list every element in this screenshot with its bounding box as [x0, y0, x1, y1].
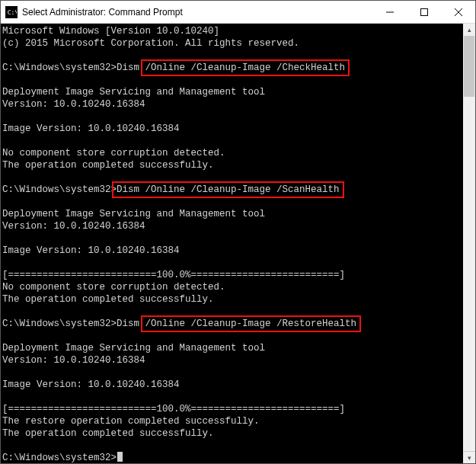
svg-rect-3: [420, 8, 427, 15]
command-line: C:\Windows\system32>Dism /Online /Cleanu…: [2, 62, 463, 74]
command-line: C:\Windows\system32>Dism /Online /Cleanu…: [2, 318, 463, 330]
output-line: (c) 2015 Microsoft Corporation. All righ…: [2, 37, 463, 50]
text-cursor: [117, 452, 123, 462]
output-line: The operation completed successfully.: [2, 427, 463, 440]
titlebar[interactable]: C:\ Select Administrator: Command Prompt: [1, 1, 475, 24]
output-line: Deployment Image Servicing and Managemen…: [2, 208, 463, 220]
output-line: Image Version: 10.0.10240.16384: [2, 245, 463, 257]
window-controls: [372, 1, 475, 23]
highlight-scanhealth: Dism /Online /Cleanup-Image /ScanHealth: [112, 181, 344, 198]
output-line: The operation completed successfully.: [2, 293, 463, 306]
highlight-restorehealth: /Online /Cleanup-Image /RestoreHealth: [141, 315, 362, 332]
output-line: Image Version: 10.0.10240.16384: [2, 123, 463, 135]
minimize-button[interactable]: [372, 1, 407, 23]
window-title: Select Administrator: Command Prompt: [22, 7, 372, 18]
command-line: C:\Windows\system32>Dism /Online /Cleanu…: [2, 184, 463, 196]
svg-text:C:\: C:\: [8, 8, 17, 15]
scroll-down-button[interactable]: ▾: [463, 451, 475, 463]
output-line: No component store corruption detected.: [2, 147, 463, 159]
output-line: Version: 10.0.10240.16384: [2, 220, 463, 232]
scroll-up-button[interactable]: ▴: [463, 24, 475, 36]
output-line: The operation completed successfully.: [2, 159, 463, 171]
output-line: Version: 10.0.10240.16384: [2, 354, 463, 366]
vertical-scrollbar[interactable]: ▴ ▾: [463, 24, 475, 463]
prompt-line: C:\Windows\system32>: [2, 452, 463, 463]
output-line: Image Version: 10.0.10240.16384: [2, 379, 463, 391]
console-output[interactable]: Microsoft Windows [Version 10.0.10240](c…: [1, 24, 463, 463]
output-line: Deployment Image Servicing and Managemen…: [2, 342, 463, 354]
command-prompt-window: C:\ Select Administrator: Command Prompt…: [0, 0, 476, 464]
output-line: Microsoft Windows [Version 10.0.10240]: [2, 25, 463, 37]
output-line: Deployment Image Servicing and Managemen…: [2, 86, 463, 98]
console-area: Microsoft Windows [Version 10.0.10240](c…: [1, 24, 475, 463]
output-line: Version: 10.0.10240.16384: [2, 98, 463, 110]
scroll-thumb[interactable]: [464, 36, 474, 97]
highlight-checkhealth: /Online /Cleanup-Image /CheckHealth: [141, 59, 350, 76]
close-button[interactable]: [441, 1, 475, 23]
output-line: The restore operation completed successf…: [2, 415, 463, 427]
cmd-icon: C:\: [5, 6, 18, 18]
output-line: No component store corruption detected.: [2, 281, 463, 293]
maximize-button[interactable]: [407, 1, 441, 23]
progress-bar: [==========================100.0%=======…: [2, 269, 463, 281]
progress-bar: [==========================100.0%=======…: [2, 403, 463, 415]
